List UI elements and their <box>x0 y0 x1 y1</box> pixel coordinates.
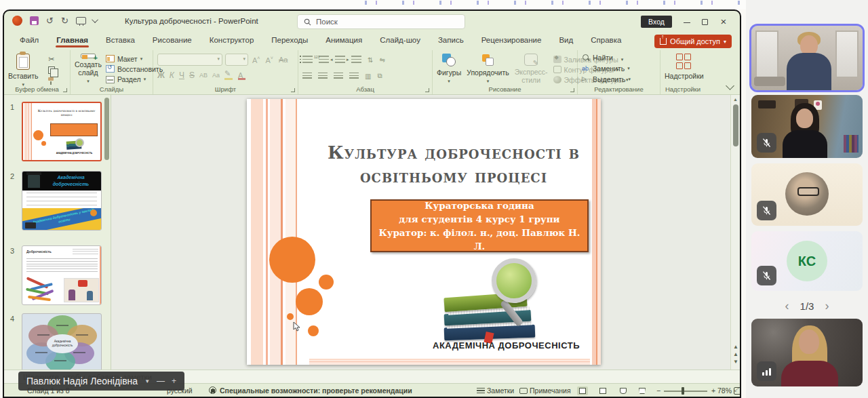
tab-insert[interactable]: Вставка <box>100 33 141 49</box>
tab-file[interactable]: Файл <box>14 33 45 49</box>
replace-button[interactable]: abЗаменить▾ <box>582 64 656 73</box>
scroll-up-icon[interactable]: ▲ <box>733 97 738 102</box>
strikethrough-button[interactable]: S <box>189 71 195 80</box>
addins-button[interactable]: Надстройки <box>665 54 704 80</box>
page-next-icon[interactable]: › <box>825 299 829 313</box>
italic-button[interactable]: К <box>170 71 174 80</box>
comments-toggle[interactable]: Примечания <box>530 386 571 395</box>
zoom-slider-thumb[interactable] <box>682 387 684 395</box>
slide-title[interactable]: Культура доброчесності в освітньому проц… <box>318 141 589 188</box>
redo-icon[interactable]: ↻ <box>61 16 68 25</box>
zoom-in-icon[interactable]: + <box>711 386 715 395</box>
paragraph-dialog-launcher-icon[interactable] <box>425 88 429 92</box>
slide-sorter-view-button[interactable] <box>597 386 608 395</box>
zoom-slider-track[interactable] <box>664 391 707 392</box>
tab-animations[interactable]: Анимация <box>319 33 368 49</box>
align-left-icon[interactable] <box>302 73 312 80</box>
participant-video-1[interactable] <box>751 26 863 90</box>
decrease-indent-icon[interactable] <box>335 56 345 64</box>
copy-icon[interactable] <box>48 66 55 74</box>
select-button[interactable]: Выделить▾ <box>582 75 656 84</box>
numbering-icon[interactable] <box>319 56 329 64</box>
text-direction-icon[interactable]: ⇋ <box>379 56 384 64</box>
customize-qat-chevron-icon[interactable] <box>92 16 98 23</box>
collapse-ribbon-chevron-icon[interactable] <box>726 81 734 90</box>
format-painter-icon[interactable] <box>47 77 55 85</box>
justify-icon[interactable] <box>349 73 359 80</box>
participant-video-3[interactable] <box>751 163 863 226</box>
align-center-icon[interactable] <box>318 73 328 80</box>
plus-icon[interactable]: + <box>172 376 176 386</box>
convert-smartart-icon[interactable]: ⧉ <box>377 72 382 80</box>
font-size-select[interactable] <box>225 54 248 66</box>
bullets-icon[interactable] <box>302 56 313 64</box>
normal-view-button[interactable] <box>577 386 588 395</box>
fit-to-window-icon[interactable] <box>734 387 741 395</box>
clipboard-dialog-launcher-icon[interactable] <box>63 88 67 92</box>
find-button[interactable]: Найти <box>582 53 656 62</box>
slide-thumbnail-3[interactable]: Доброчесність <box>22 245 102 305</box>
slide-thumbnail-4[interactable]: Академічна доброчесність <box>22 313 102 373</box>
search-input[interactable]: Поиск <box>297 14 465 29</box>
tab-help[interactable]: Справка <box>585 33 627 49</box>
share-button[interactable]: Общий доступ ▾ <box>654 35 732 48</box>
tab-view[interactable]: Вид <box>553 33 579 49</box>
reading-view-button[interactable] <box>618 386 629 395</box>
maximize-button[interactable] <box>698 15 711 28</box>
close-button[interactable]: × <box>717 15 730 28</box>
font-name-select[interactable] <box>157 54 222 66</box>
align-right-icon[interactable] <box>334 73 343 80</box>
participant-video-5[interactable] <box>751 319 863 386</box>
underline-button[interactable]: Ч <box>179 71 184 80</box>
notes-toggle[interactable]: Заметки <box>487 386 514 395</box>
tab-home[interactable]: Главная <box>50 33 94 49</box>
font-color-icon[interactable]: А <box>238 71 247 80</box>
zoom-out-icon[interactable]: − <box>656 386 660 395</box>
previous-slide-icon[interactable]: ▲▲ <box>732 343 740 358</box>
tab-transitions[interactable]: Переходы <box>265 33 314 49</box>
shapes-button[interactable]: Фигуры▾ <box>437 54 461 84</box>
grow-font-button[interactable]: А˄ <box>251 56 261 64</box>
font-dialog-launcher-icon[interactable] <box>291 88 295 92</box>
current-slide[interactable]: Культура доброчесності в освітньому проц… <box>247 99 601 365</box>
tab-design[interactable]: Конструктор <box>203 33 260 49</box>
participant-video-4[interactable]: КС <box>751 231 863 291</box>
start-presentation-icon[interactable] <box>76 17 86 24</box>
zoom-level[interactable]: 78% <box>717 386 732 395</box>
save-icon[interactable] <box>30 16 39 25</box>
clear-formatting-button[interactable]: Аа <box>277 56 290 64</box>
bold-button[interactable]: Ж <box>157 71 165 80</box>
thumbnail-scrollbar[interactable] <box>104 98 109 160</box>
new-slide-button[interactable]: Создать слайд ▾ <box>75 54 102 84</box>
minus-icon[interactable]: — <box>157 376 165 386</box>
speaker-name-overlay[interactable]: Павлюк Надія Леонідівна ▼ — + <box>18 372 184 391</box>
columns-icon[interactable]: ▥ <box>365 73 371 80</box>
slide-thumbnail-2[interactable]: Академічна доброчесність Академічна добр… <box>22 171 102 231</box>
scrollbar-thumb[interactable] <box>733 104 738 146</box>
arrange-button[interactable]: Упорядочить▾ <box>467 54 509 84</box>
next-slide-icon[interactable]: ▼ <box>732 358 740 365</box>
page-previous-icon[interactable]: ‹ <box>785 299 789 313</box>
slide-subtitle-box[interactable]: Кураторська година для студентів 4 курсу… <box>370 199 589 252</box>
undo-icon[interactable]: ↺ <box>46 16 54 25</box>
character-spacing-button[interactable]: АВ <box>199 72 208 79</box>
cut-icon[interactable]: ✂ <box>47 55 56 64</box>
accessibility-status[interactable]: Специальные возможности: проверьте реком… <box>220 386 412 395</box>
signin-button[interactable]: Вход <box>641 16 672 28</box>
slide-thumbnail-1[interactable]: Культура доброчесності в освітньому проц… <box>22 102 102 161</box>
slide-caption[interactable]: АКАДЕМІЧНА ДОБРОЧЕСНІСТЬ <box>420 340 593 351</box>
tab-draw[interactable]: Рисование <box>146 33 198 49</box>
increase-indent-icon[interactable] <box>351 56 361 64</box>
tab-record[interactable]: Запись <box>432 33 470 49</box>
text-highlight-icon[interactable] <box>224 71 233 80</box>
line-spacing-icon[interactable]: ⇅ <box>368 56 373 64</box>
tab-slideshow[interactable]: Слайд-шоу <box>374 33 427 49</box>
shrink-font-button[interactable]: А˅ <box>264 56 274 64</box>
participant-video-2[interactable] <box>751 95 863 158</box>
slideshow-view-button[interactable] <box>637 386 648 395</box>
drawing-dialog-launcher-icon[interactable] <box>570 88 574 92</box>
quick-styles-button[interactable]: Экспресс-стили <box>515 54 548 84</box>
tab-review[interactable]: Рецензирование <box>475 33 548 49</box>
paste-button[interactable]: Вставить ▾ <box>8 54 39 87</box>
slide-scrollbar[interactable]: ▲ ▲▲ ▼ <box>730 95 740 370</box>
